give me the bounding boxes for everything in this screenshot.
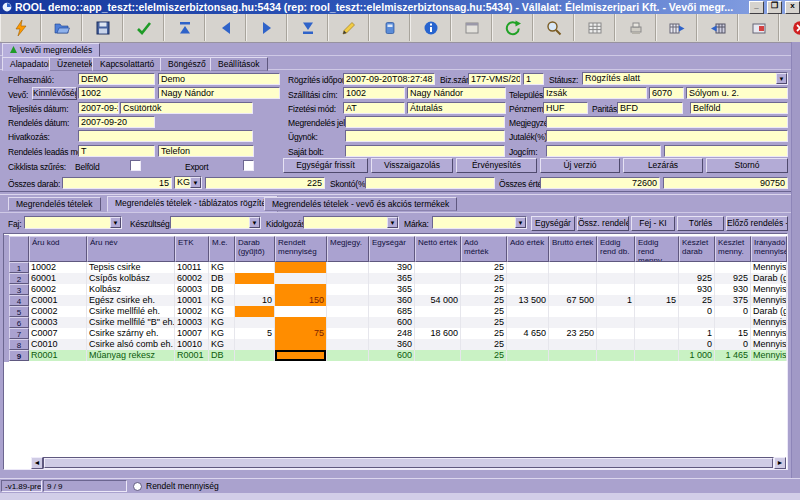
cell-ado_mertek[interactable]: 25 [461,317,507,328]
cell-me[interactable]: KG [209,295,235,306]
row-number[interactable]: 1 [9,262,29,273]
toolbar-close-app-button[interactable] [779,14,800,41]
felhasznalo-name-field[interactable]: Demo [158,73,280,85]
scrollbar-thumb[interactable] [44,458,773,468]
paritas-code-field[interactable]: BFD [617,102,683,114]
cell-netto_ertek[interactable] [415,262,461,273]
column-header-keszlet_darab[interactable]: Készlet darab [679,236,715,262]
cell-eddig_rend_menny[interactable]: 15 [635,295,679,306]
horizontal-scrollbar[interactable] [43,457,774,469]
column-header-darab_gyujto[interactable]: Darab (gyűjtő) [235,236,275,262]
cell-me[interactable]: KG [209,306,235,317]
cell-ado_mertek[interactable]: 25 [461,350,507,361]
torles-button[interactable]: Törlés [677,216,724,231]
biz-verzio-field[interactable]: 1 [523,73,544,85]
cell-iranyado_mennyiseg[interactable]: Mennyiség [751,328,787,339]
cell-etk[interactable]: 10011 [175,262,209,273]
toolbar-next-record-button[interactable] [246,14,287,41]
cell-ado_mertek[interactable]: 25 [461,273,507,284]
cell-keszlet_darab[interactable]: 1 000 [679,350,715,361]
cell-keszlet_darab[interactable] [679,262,715,273]
tab-kapcsolattarto[interactable]: Kapcsolattartó [92,57,162,71]
cell-brutto_ertek[interactable] [549,284,597,295]
column-header-megjegyzes[interactable]: Megjegy. [327,236,369,262]
chevron-down-icon[interactable]: ▼ [249,217,260,228]
toolbar-search-button[interactable] [533,14,574,41]
cell-eddig_rend_menny[interactable] [635,317,679,328]
toolbar-prev-record-button[interactable] [205,14,246,41]
cell-eddig_rend_db[interactable]: 1 [597,295,635,306]
cell-me[interactable]: DB [209,284,235,295]
cell-keszlet_menny[interactable]: 0 [715,306,751,317]
toolbar-edit-button[interactable] [328,14,369,41]
column-header-egysegar[interactable]: Egységár [369,236,415,262]
cell-aru_nev[interactable]: Egész csirke eh. [87,295,175,306]
cell-keszlet_darab[interactable]: 925 [679,273,715,284]
cell-netto_ertek[interactable] [415,306,461,317]
cell-aru_nev[interactable]: Csirke szárny eh. [87,328,175,339]
toolbar-info-button[interactable] [410,14,451,41]
fizetesi-name-field[interactable]: Átutalás [407,102,506,114]
cell-megjegyzes[interactable] [327,317,369,328]
cell-ado_ertek[interactable]: 4 650 [507,328,549,339]
cell-aru_kod[interactable]: C0002 [29,306,87,317]
cell-brutto_ertek[interactable] [549,273,597,284]
cell-keszlet_menny[interactable] [715,262,751,273]
column-header-me[interactable]: M.e. [209,236,235,262]
cell-darab_gyujto[interactable] [235,284,275,295]
cell-ado_mertek[interactable]: 25 [461,339,507,350]
cell-iranyado_mennyiseg[interactable]: Mennyiség [751,339,787,350]
cell-keszlet_darab[interactable] [679,317,715,328]
visszaigazolas-button[interactable]: Visszaigazolás [371,158,453,173]
penznem-field[interactable]: HUF [543,102,588,114]
uj-verzio-button[interactable]: Új verzió [540,158,620,173]
cell-rendelt_mennyiseg[interactable]: 150 [275,295,327,306]
cell-keszlet_darab[interactable]: 0 [679,306,715,317]
cell-megjegyzes[interactable] [327,350,369,361]
column-header-rendelt_mennyiseg[interactable]: Rendelt mennyiség [275,236,327,262]
cell-ado_mertek[interactable]: 25 [461,306,507,317]
tab-beallitasok[interactable]: Beállítások [210,57,268,71]
skonto-field[interactable] [365,177,495,189]
cell-eddig_rend_db[interactable] [597,306,635,317]
cell-etk[interactable]: 10003 [175,317,209,328]
cell-ado_ertek[interactable] [507,350,549,361]
toolbar-import-grid-button[interactable] [697,14,738,41]
biz-szam-field[interactable]: 177-VMS/2007 [468,73,521,85]
cell-egysegar[interactable]: 600 [369,317,415,328]
cell-darab_gyujto[interactable]: 5 [235,328,275,339]
cell-eddig_rend_db[interactable] [597,317,635,328]
cell-brutto_ertek[interactable]: 23 250 [549,328,597,339]
cell-eddig_rend_menny[interactable] [635,339,679,350]
cell-me[interactable]: KG [209,339,235,350]
cell-egysegar[interactable]: 685 [369,306,415,317]
cell-ado_ertek[interactable] [507,262,549,273]
jogcim-field-2[interactable] [664,145,788,157]
cell-rendelt_mennyiseg[interactable] [275,317,327,328]
cell-aru_nev[interactable]: Csípős kolbász [87,273,175,284]
cell-aru_nev[interactable]: Csirke mellfilé "B" eh. [87,317,175,328]
ossz-rendeles-button[interactable]: Össz. rendelés [577,216,629,231]
cell-aru_kod[interactable]: C0001 [29,295,87,306]
toolbar-grid-button[interactable] [574,14,615,41]
cell-egysegar[interactable]: 600 [369,350,415,361]
cell-iranyado_mennyiseg[interactable]: Mennyiség [751,284,787,295]
szallitasi-code-field[interactable]: 1002 [343,87,405,99]
cell-eddig_rend_db[interactable] [597,284,635,295]
column-header-ado_ertek[interactable]: Adó érték [507,236,549,262]
egysegar-button[interactable]: Egységár [531,216,575,231]
rendeles-datum-field[interactable]: 2007-09-20 [78,116,155,128]
cell-keszlet_menny[interactable] [715,317,751,328]
cell-brutto_ertek[interactable] [549,262,597,273]
row-number[interactable]: 2 [9,273,29,284]
column-header-ado_mertek[interactable]: Adó mérték [461,236,507,262]
cell-darab_gyujto[interactable]: 10 [235,295,275,306]
cell-me[interactable]: KG [209,317,235,328]
faj-select[interactable]: ▼ [24,216,122,229]
cell-me[interactable]: DB [209,273,235,284]
cell-eddig_rend_db[interactable] [597,350,635,361]
row-number[interactable]: 7 [9,328,29,339]
chevron-down-icon[interactable]: ▼ [190,177,201,188]
chevron-down-icon[interactable]: ▼ [387,217,398,228]
cell-eddig_rend_menny[interactable] [635,350,679,361]
